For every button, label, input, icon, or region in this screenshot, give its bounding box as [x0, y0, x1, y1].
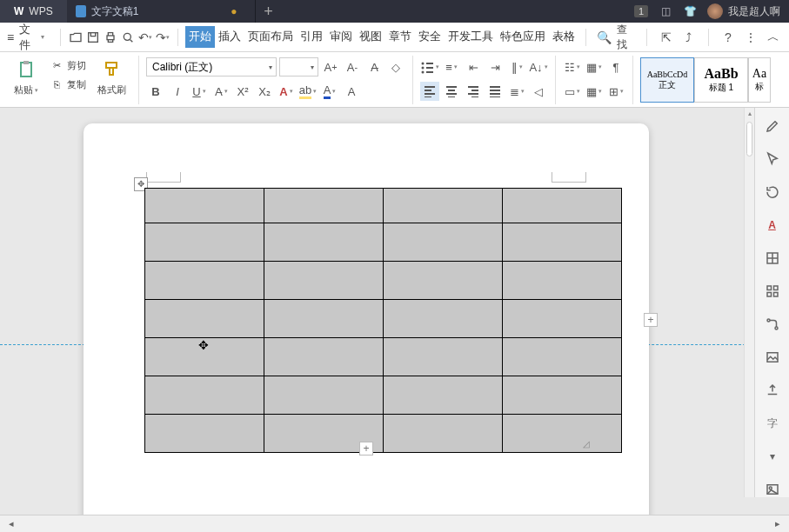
document-canvas[interactable]: ✥ + + ◿ ✥ ▴ A 字 ▾ — [0, 108, 789, 515]
format-painter-button[interactable]: 格式刷 — [92, 57, 131, 98]
undo-icon[interactable]: ↶▾ — [137, 28, 153, 47]
document-table[interactable] — [144, 188, 622, 453]
notification-badge[interactable]: 1 — [629, 5, 653, 17]
text-a-icon[interactable]: A — [763, 217, 782, 233]
print-preview-icon[interactable] — [120, 28, 136, 47]
user-name[interactable]: 我是超人啊 — [728, 4, 789, 19]
tab-home[interactable]: 开始 — [185, 26, 215, 48]
justify-button[interactable] — [485, 82, 505, 101]
tab-special[interactable]: 特色应用 — [497, 26, 549, 48]
numbering-button[interactable]: ≡▾ — [442, 57, 461, 76]
style-heading1[interactable]: AaBb 标题 1 — [694, 57, 748, 103]
apps-icon[interactable] — [763, 283, 782, 299]
grow-font-button[interactable]: A+ — [321, 57, 340, 76]
style-heading2[interactable]: Aa 标 — [748, 57, 771, 103]
scroll-thumb[interactable] — [746, 122, 752, 156]
redo-icon[interactable]: ↷▾ — [155, 28, 171, 47]
print-icon[interactable] — [103, 28, 118, 47]
translate-icon[interactable]: 字 — [763, 416, 782, 431]
share-box-icon[interactable]: ⇱ — [658, 28, 675, 47]
align-left-button[interactable] — [420, 82, 439, 101]
align-center-button[interactable] — [442, 82, 461, 101]
app-menu-button[interactable]: W WPS — [0, 0, 67, 23]
image-icon[interactable] — [763, 349, 782, 365]
font-color-button[interactable]: A▾ — [320, 82, 339, 101]
strikethrough-button[interactable]: A̵▾ — [211, 82, 231, 101]
table-icon[interactable] — [763, 250, 782, 266]
text-effects-button[interactable]: A▾ — [277, 82, 296, 101]
align-right-button[interactable] — [464, 82, 483, 101]
open-icon[interactable] — [68, 28, 84, 47]
tab-security[interactable]: 安全 — [415, 26, 445, 48]
italic-button[interactable]: I — [168, 82, 187, 101]
indent-left-button[interactable]: ◁ — [529, 82, 548, 101]
character-shading-button[interactable]: A — [342, 82, 361, 101]
highlight-button[interactable]: ab▾ — [298, 82, 318, 101]
show-marks-button[interactable]: ¶ — [606, 57, 625, 76]
picture-icon[interactable] — [763, 482, 782, 497]
add-column-button[interactable]: + — [644, 313, 658, 327]
bullets-button[interactable]: ▾ — [420, 57, 439, 76]
text-direction-button[interactable]: ☷▾ — [563, 57, 582, 76]
clear-formatting-button[interactable]: A̶ — [364, 57, 384, 76]
export-box-icon[interactable]: ⤴ — [680, 28, 698, 47]
help-icon[interactable]: ? — [719, 28, 737, 47]
page-nav-right-icon[interactable]: ▸ — [775, 518, 780, 529]
tab-insert[interactable]: 插入 — [215, 26, 244, 48]
add-row-button[interactable]: + — [359, 442, 373, 456]
share-icon[interactable] — [763, 382, 782, 398]
tab-developer[interactable]: 开发工具 — [445, 26, 497, 48]
cell-fill-button[interactable]: ▦▾ — [585, 82, 604, 101]
tshirt-icon[interactable]: 👕 — [678, 5, 702, 17]
table-resize-handle[interactable]: ◿ — [583, 439, 590, 449]
font-size-combo[interactable]: ▾ — [279, 57, 318, 76]
vertical-scrollbar[interactable]: ▴ — [744, 108, 754, 497]
svg-rect-15 — [773, 293, 778, 297]
paste-button[interactable]: 粘贴▾ — [9, 57, 43, 98]
tab-references[interactable]: 引用 — [297, 26, 326, 48]
new-tab-button[interactable]: + — [256, 3, 282, 21]
cursor-icon[interactable] — [763, 151, 782, 167]
more-icon[interactable]: ⋮ — [742, 28, 759, 47]
scroll-up-icon[interactable]: ▴ — [745, 110, 754, 117]
increase-indent-button[interactable]: ⇥ — [485, 57, 505, 76]
tabs-button[interactable]: ⊞▾ — [606, 82, 625, 101]
line-spacing-button[interactable]: ‖▾ — [507, 57, 526, 76]
search-button[interactable]: 查找 — [617, 23, 636, 52]
style-body[interactable]: AaBbCcDd 正文 — [640, 57, 694, 103]
eraser-icon[interactable]: ◇ — [386, 57, 405, 76]
sort-button[interactable]: A↓▾ — [529, 57, 548, 76]
font-family-combo[interactable]: Calibri (正文) ▾ — [146, 57, 277, 76]
user-avatar[interactable] — [707, 3, 723, 19]
hamburger-icon[interactable]: ≡ — [7, 30, 14, 44]
page-nav-left-icon[interactable]: ◂ — [9, 518, 14, 529]
borders-button[interactable]: ▭▾ — [563, 82, 582, 101]
page: ✥ + + ◿ — [84, 123, 649, 515]
svg-rect-13 — [773, 286, 778, 290]
pencil-icon[interactable] — [763, 118, 782, 134]
distribute-button[interactable]: ≣▾ — [507, 82, 526, 101]
connector-icon[interactable] — [763, 316, 782, 332]
document-tab[interactable]: 文字文稿1 ● — [67, 0, 256, 23]
underline-button[interactable]: U▾ — [190, 82, 209, 101]
shading-button[interactable]: ▦▾ — [585, 57, 604, 76]
cut-button[interactable]: ✂剪切 — [46, 57, 90, 73]
tab-view[interactable]: 视图 — [356, 26, 385, 48]
tab-review[interactable]: 审阅 — [326, 26, 356, 48]
superscript-button[interactable]: X² — [233, 82, 252, 101]
subscript-button[interactable]: X₂ — [255, 82, 274, 101]
tab-section[interactable]: 章节 — [385, 26, 415, 48]
bold-button[interactable]: B — [146, 82, 165, 101]
copy-button[interactable]: ⎘复制 — [46, 76, 90, 92]
shrink-font-button[interactable]: A- — [343, 57, 362, 76]
file-dropdown-icon[interactable]: ▾ — [41, 33, 44, 41]
decrease-indent-button[interactable]: ⇤ — [464, 57, 483, 76]
collapse-ribbon-icon[interactable]: ︿ — [765, 28, 782, 47]
file-menu[interactable]: 文件 — [19, 22, 37, 53]
rotate-icon[interactable] — [763, 184, 782, 200]
tab-page-layout[interactable]: 页面布局 — [244, 26, 297, 48]
tab-table-tools[interactable]: 表格 — [549, 26, 578, 48]
save-icon[interactable] — [85, 28, 101, 47]
chevron-down-icon[interactable]: ▾ — [763, 449, 782, 464]
skin-icon[interactable]: ◫ — [653, 5, 678, 17]
